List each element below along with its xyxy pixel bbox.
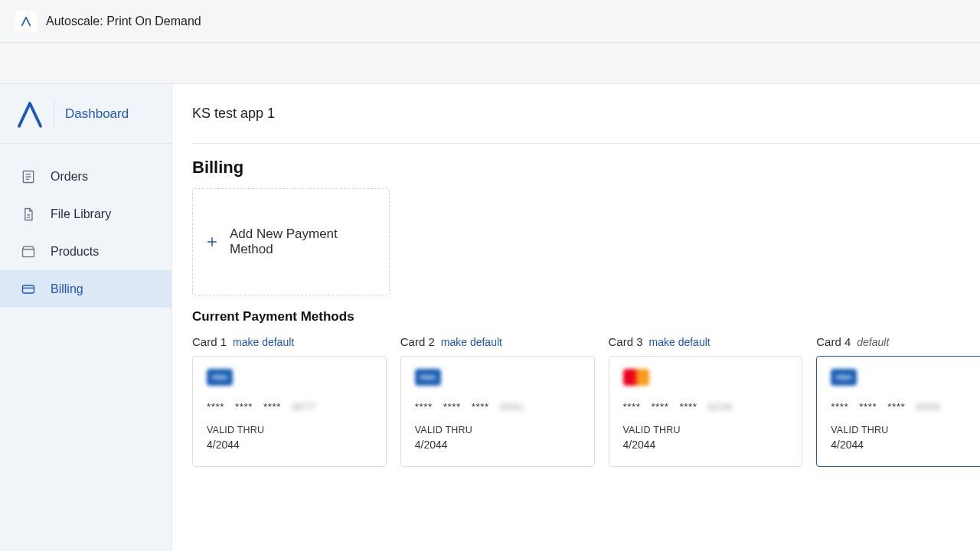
card-header: Card 1 make default <box>192 335 387 348</box>
valid-thru-label: VALID THRU <box>415 425 580 435</box>
card-mask-group: **** <box>472 401 489 412</box>
make-default-link[interactable]: make default <box>649 336 710 348</box>
card-expiry: 4/2044 <box>623 439 789 451</box>
sidebar-item-label: File Library <box>51 207 111 221</box>
main: KS test app 1 Billing Add New Payment Me… <box>172 84 980 551</box>
card-mask-group: **** <box>680 401 697 412</box>
svg-rect-6 <box>23 249 34 256</box>
sidebar-item-label: Billing <box>51 282 83 296</box>
sidebar-item-label: Products <box>51 245 99 259</box>
make-default-link[interactable]: make default <box>233 336 294 348</box>
card-last4: 0041 <box>500 401 524 412</box>
card-mask-group: **** <box>235 401 253 412</box>
card-mask-group: **** <box>263 401 281 412</box>
card-last4: 0045 <box>916 401 940 412</box>
valid-thru-label: VALID THRU <box>831 425 980 435</box>
payment-card[interactable]: **** **** **** 0230 VALID THRU 4/2044 <box>609 356 803 467</box>
app-logo-icon <box>15 11 37 32</box>
card-expiry: 4/2044 <box>415 439 580 451</box>
sidebar-header: Dashboard <box>0 84 172 144</box>
products-icon <box>20 243 37 260</box>
sidebar-item-orders[interactable]: Orders <box>0 158 172 195</box>
add-payment-method-button[interactable]: Add New Payment Method <box>192 188 390 295</box>
sidebar-item-products[interactable]: Products <box>0 233 172 270</box>
card-last4: 0077 <box>292 401 316 412</box>
topbar: Autoscale: Print On Demand <box>0 0 980 43</box>
payment-card-column: Card 2 make default VISA **** **** **** … <box>400 335 595 467</box>
payment-card[interactable]: VISA **** **** **** 0045 VALID THRU 4/20… <box>816 356 980 467</box>
app-title: Autoscale: Print On Demand <box>46 15 201 28</box>
add-payment-label: Add New Payment Method <box>230 227 377 257</box>
plus-icon <box>205 235 219 249</box>
subsection-title: Current Payment Methods <box>192 309 980 324</box>
brand-logo-icon <box>14 98 46 130</box>
card-brand-icon: VISA <box>831 369 857 386</box>
valid-thru-label: VALID THRU <box>207 425 372 435</box>
payment-card[interactable]: VISA **** **** **** 0041 VALID THRU 4/20… <box>400 356 595 467</box>
card-header: Card 2 make default <box>400 335 595 348</box>
svg-rect-8 <box>23 285 34 293</box>
card-header: Card 4 default <box>816 335 980 348</box>
sidebar-item-file-library[interactable]: File Library <box>0 195 172 233</box>
payment-card[interactable]: VISA **** **** **** 0077 VALID THRU 4/20… <box>192 356 387 467</box>
sidebar: Dashboard Orders File Library Products <box>0 84 172 551</box>
card-number: **** **** **** 0230 <box>623 401 789 412</box>
layout: Dashboard Orders File Library Products <box>0 84 980 551</box>
card-mask-group: **** <box>652 401 669 412</box>
card-header: Card 3 make default <box>609 335 803 348</box>
card-mask-group: **** <box>415 401 433 412</box>
card-mask-group: **** <box>859 401 877 412</box>
card-title: Card 3 <box>609 335 643 348</box>
card-number: **** **** **** 0041 <box>415 401 580 412</box>
orders-icon <box>20 168 37 185</box>
card-expiry: 4/2044 <box>831 439 980 451</box>
make-default-link[interactable]: make default <box>441 336 502 348</box>
card-brand-icon: VISA <box>207 369 233 386</box>
valid-thru-label: VALID THRU <box>623 425 789 435</box>
payment-card-column: Card 1 make default VISA **** **** **** … <box>192 335 387 467</box>
card-mask-group: **** <box>831 401 848 412</box>
card-mask-group: **** <box>443 401 461 412</box>
card-expiry: 4/2044 <box>207 439 372 451</box>
card-last4: 0230 <box>708 401 733 412</box>
sidebar-item-billing[interactable]: Billing <box>0 270 172 308</box>
card-mask-group: **** <box>623 401 641 412</box>
vertical-divider <box>54 101 54 127</box>
payment-cards-row: Card 1 make default VISA **** **** **** … <box>192 335 980 467</box>
payment-card-column: Card 4 default VISA **** **** **** 0045 … <box>816 335 980 467</box>
sidebar-item-label: Orders <box>51 170 88 184</box>
page-title: KS test app 1 <box>192 106 275 122</box>
file-icon <box>20 206 37 223</box>
card-number: **** **** **** 0045 <box>831 401 980 412</box>
card-mask-group: **** <box>207 401 224 412</box>
card-brand-icon: VISA <box>415 369 441 386</box>
section-title: Billing <box>192 158 980 178</box>
card-title: Card 4 <box>816 335 851 348</box>
billing-section: Billing Add New Payment Method Current P… <box>192 144 980 467</box>
sidebar-title[interactable]: Dashboard <box>65 106 129 122</box>
sidebar-nav: Orders File Library Products Billing <box>0 144 172 308</box>
page-header: KS test app 1 <box>192 84 980 144</box>
secondary-bar <box>0 43 980 84</box>
card-brand-icon <box>623 369 649 386</box>
card-number: **** **** **** 0077 <box>207 401 372 412</box>
card-mask-group: **** <box>887 401 905 412</box>
payment-card-column: Card 3 make default **** **** **** 0230 … <box>609 335 803 467</box>
billing-icon <box>20 281 37 298</box>
card-title: Card 1 <box>192 335 227 348</box>
card-title: Card 2 <box>400 335 435 348</box>
default-tag: default <box>857 336 889 348</box>
